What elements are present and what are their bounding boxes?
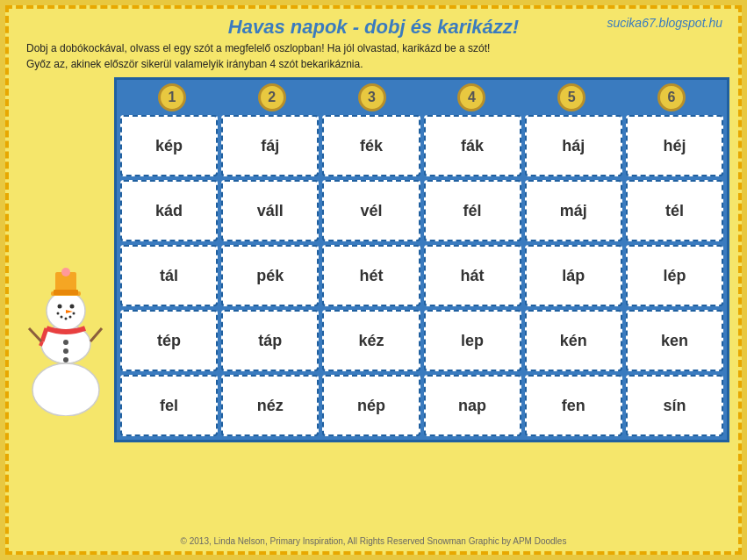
svg-point-12 [68,316,71,319]
grid-cell-r2-c3[interactable]: vél [322,180,420,241]
grid-cell-r5-c3[interactable]: nép [322,375,420,436]
snowman-icon [25,241,108,416]
svg-point-11 [64,318,67,320]
col-circle-3: 3 [358,83,386,111]
snowman-area [18,77,114,442]
col-header-6: 6 [621,83,722,111]
grid-rows: képfájfékfákhájhéjkádvállvélfélmájtéltál… [120,115,723,436]
grid-cell-r2-c4[interactable]: fél [424,180,521,241]
col-circle-6: 6 [657,83,686,111]
grid-cell-r3-c4[interactable]: hát [424,245,521,306]
grid-row-1: képfájfékfákhájhéj [120,115,723,176]
grid-cell-r2-c6[interactable]: tél [626,180,723,241]
grid-cell-r2-c5[interactable]: máj [525,180,622,241]
blog-url: sucika67.blogspot.hu [607,16,722,30]
grid-cell-r3-c5[interactable]: láp [525,245,622,306]
grid-cell-r3-c1[interactable]: tál [120,245,218,306]
svg-point-0 [32,363,99,416]
grid-cell-r4-c3[interactable]: kéz [322,310,420,371]
grid-cell-r5-c2[interactable]: néz [221,375,319,436]
svg-point-17 [63,357,68,363]
svg-point-16 [63,348,68,354]
grid-cell-r1-c3[interactable]: fék [322,115,420,176]
grid-cell-r2-c2[interactable]: váll [221,180,319,241]
svg-point-13 [72,312,75,315]
svg-point-9 [56,312,59,315]
grid-cell-r4-c6[interactable]: ken [626,310,723,371]
col-circle-5: 5 [557,83,585,111]
grid-cell-r4-c1[interactable]: tép [120,310,218,371]
grid-cell-r1-c2[interactable]: fáj [221,115,319,176]
col-header-2: 2 [222,83,322,111]
grid-cell-r5-c4[interactable]: nap [424,375,521,436]
col-circle-4: 4 [457,83,485,111]
svg-point-15 [63,340,68,345]
grid-area: 123456 képfájfékfákhájhéjkádvállvélfélmá… [114,77,729,442]
svg-point-10 [60,316,62,319]
grid-row-4: téptápkézlepkénken [120,310,723,371]
grid-row-2: kádvállvélfélmájtél [120,180,723,241]
page-container: Havas napok - dobj és karikázz! sucika67… [5,5,742,555]
svg-point-7 [57,305,61,309]
grid-row-3: tálpékhéthátláplép [120,245,723,306]
grid-cell-r5-c1[interactable]: fel [120,375,218,436]
grid-cell-r5-c5[interactable]: fen [525,375,622,436]
grid-cell-r4-c2[interactable]: táp [221,310,319,371]
grid-row-5: felnéznépnapfensín [120,375,723,436]
grid-cell-r1-c6[interactable]: héj [626,115,723,176]
grid-cell-r4-c5[interactable]: kén [525,310,622,371]
svg-point-8 [69,305,74,309]
svg-rect-5 [54,290,78,295]
grid-cell-r1-c1[interactable]: kép [120,115,218,176]
grid-cell-r3-c2[interactable]: pék [221,245,319,306]
column-headers: 123456 [120,83,723,111]
grid-cell-r2-c1[interactable]: kád [120,180,218,241]
grid-cell-r1-c4[interactable]: fák [424,115,521,176]
grid-cell-r4-c4[interactable]: lep [424,310,521,371]
col-header-4: 4 [421,83,521,111]
svg-point-6 [61,268,70,276]
grid-cell-r5-c6[interactable]: sín [626,375,723,436]
col-header-5: 5 [521,83,621,111]
col-circle-1: 1 [158,83,186,111]
svg-line-18 [29,328,41,341]
col-circle-2: 2 [258,83,286,111]
svg-line-19 [90,328,102,341]
col-header-1: 1 [122,83,222,111]
col-header-3: 3 [322,83,422,111]
grid-cell-r1-c5[interactable]: háj [525,115,622,176]
grid-cell-r3-c3[interactable]: hét [322,245,420,306]
grid-cell-r3-c6[interactable]: lép [626,245,723,306]
instructions: Dobj a dobókockával, olvass el egy szót … [26,40,721,72]
footer-text: © 2013, Linda Nelson, Primary Inspiratio… [9,536,738,546]
